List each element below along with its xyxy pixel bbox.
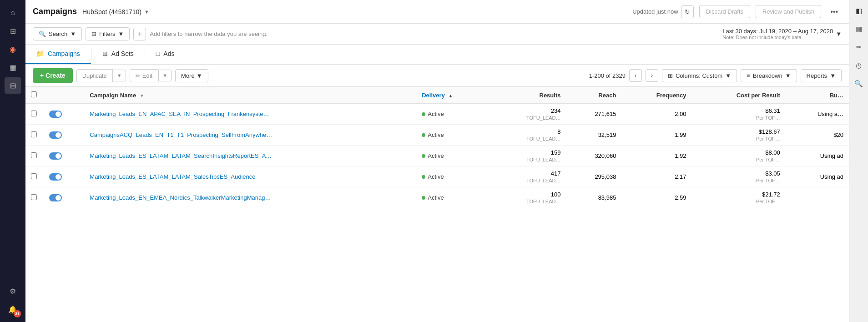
tabs-row: 📁 Campaigns ⊞ Ad Sets □ Ads — [25, 45, 849, 65]
date-range-picker[interactable]: Last 30 days: Jul 19, 2020 – Aug 17, 202… — [722, 28, 842, 40]
topbar-more-button[interactable]: ••• — [827, 6, 842, 18]
campaign-name-link[interactable]: Marketing_Leads_ES_LATAM_LATAM_SalesTips… — [90, 173, 255, 180]
columns-button[interactable]: ⊞ Columns: Custom ▼ — [662, 69, 737, 82]
grid-icon[interactable]: ⊞ — [5, 23, 21, 39]
col-campaign-name[interactable]: Campaign Name ▼ — [84, 87, 416, 104]
filter-hint: Add filters to narrow the data you are s… — [150, 30, 719, 37]
bar-chart-right-icon[interactable]: ▦ — [852, 22, 866, 36]
status-toggle[interactable] — [49, 152, 62, 160]
account-name: HubSpot (44581710) — [82, 8, 141, 15]
more-button[interactable]: More ▼ — [175, 69, 208, 82]
settings-icon[interactable]: ⚙ — [5, 283, 21, 299]
reach-value: 83,985 — [598, 194, 616, 201]
results-sub: TOFU_LEAD… — [494, 157, 560, 162]
row-delivery-cell: Active — [416, 166, 488, 187]
row-checkbox-cell — [25, 146, 44, 166]
row-cost-cell: $3.05 Per TOF… — [692, 166, 786, 187]
breakdown-chevron-icon: ▼ — [785, 72, 791, 79]
campaign-name-link[interactable]: Marketing_Leads_ES_LATAM_LATAM_SearchIns… — [90, 152, 272, 159]
status-toggle[interactable] — [49, 173, 62, 181]
refresh-button[interactable]: ↻ — [681, 5, 694, 18]
status-toggle[interactable] — [49, 111, 62, 118]
filters-button[interactable]: ⊟ Filters ▼ — [86, 27, 130, 40]
table-icon[interactable]: ⊟ — [5, 77, 21, 94]
col-results: Results — [488, 87, 566, 104]
breakdown-button[interactable]: ≡ Breakdown ▼ — [741, 69, 797, 82]
hubspot-icon[interactable]: ◉ — [5, 41, 21, 57]
row-status-cell — [44, 125, 84, 146]
row-status-cell — [44, 166, 84, 187]
col-delivery[interactable]: Delivery ▲ — [416, 87, 488, 104]
duplicate-button[interactable]: Duplicate — [76, 69, 113, 82]
table-row: CampaignsACQ_Leads_EN_T1_T1_Prospecting_… — [25, 125, 849, 146]
select-all-checkbox[interactable] — [31, 91, 37, 97]
results-value: 234 — [551, 107, 561, 114]
delivery-status-text: Active — [428, 152, 444, 159]
row-delivery-cell: Active — [416, 146, 488, 166]
pagination-next-button[interactable]: › — [646, 69, 658, 82]
row-results-cell: 8 TOFU_LEAD… — [488, 125, 566, 146]
cost-sub: Per TOF… — [697, 115, 780, 121]
clock-right-icon[interactable]: ◷ — [852, 58, 866, 73]
discard-drafts-button[interactable]: Discard Drafts — [699, 5, 750, 18]
row-checkbox[interactable] — [31, 131, 37, 137]
edit-chevron-button[interactable]: ▼ — [158, 70, 172, 81]
reports-chevron-icon: ▼ — [830, 72, 836, 79]
row-checkbox[interactable] — [31, 152, 37, 158]
campaign-name-link[interactable]: Marketing_Leads_EN_EMEA_Nordics_Talkwalk… — [90, 194, 271, 201]
tab-ad-sets[interactable]: ⊞ Ad Sets — [91, 45, 145, 64]
right-sidebar: ◧ ▦ ✏ ◷ 🔍 — [849, 0, 868, 322]
create-button[interactable]: + Create — [33, 68, 73, 83]
filter-toolbar: 🔍 Search ▼ ⊟ Filters ▼ + Add filters to … — [25, 24, 849, 45]
review-publish-button[interactable]: Review and Publish — [756, 5, 821, 18]
chart-icon[interactable]: ▦ — [5, 59, 21, 75]
search-button[interactable]: 🔍 Search ▼ — [33, 27, 82, 40]
row-checkbox[interactable] — [31, 194, 37, 200]
row-frequency-cell: 1.99 — [621, 125, 691, 146]
duplicate-chevron-button[interactable]: ▼ — [113, 70, 126, 81]
budget-value: $20 — [833, 131, 843, 138]
add-filter-button[interactable]: + — [133, 28, 146, 40]
main-content: Campaigns HubSpot (44581710) ▼ Updated j… — [25, 0, 849, 322]
campaign-name-sort-icon: ▼ — [140, 93, 144, 98]
row-campaign-name-cell: CampaignsACQ_Leads_EN_T1_T1_Prospecting_… — [84, 125, 416, 146]
delivery-sort-icon: ▲ — [448, 93, 453, 98]
row-checkbox[interactable] — [31, 111, 37, 116]
reports-button[interactable]: Reports ▼ — [801, 69, 842, 82]
status-toggle[interactable] — [49, 194, 62, 201]
search-icon: 🔍 — [39, 30, 46, 37]
panel-toggle-icon[interactable]: ◧ — [852, 4, 866, 18]
row-budget-cell: Using ad — [786, 146, 849, 166]
tab-campaigns[interactable]: 📁 Campaigns — [25, 45, 91, 64]
status-toggle[interactable] — [49, 131, 62, 139]
search-chevron-icon: ▼ — [70, 30, 76, 37]
columns-icon: ⊞ — [668, 72, 673, 79]
row-checkbox[interactable] — [31, 173, 37, 179]
col-cost-per-result: Cost per Result — [692, 87, 786, 104]
campaign-name-link[interactable]: CampaignsACQ_Leads_EN_T1_T1_Prospecting_… — [90, 131, 272, 138]
adsets-tab-icon: ⊞ — [102, 50, 108, 57]
account-selector[interactable]: HubSpot (44581710) ▼ — [82, 8, 149, 15]
col-status — [44, 87, 84, 104]
action-bar: + Create Duplicate ▼ ✏ Edit ▼ More ▼ 1-2… — [25, 65, 849, 87]
pagination-prev-button[interactable]: ‹ — [629, 69, 642, 82]
cost-sub: Per TOF… — [697, 157, 780, 162]
row-delivery-cell: Active — [416, 187, 488, 208]
edit-button[interactable]: ✏ Edit — [130, 69, 158, 82]
row-results-cell: 234 TOFU_LEAD… — [488, 104, 566, 125]
home-icon[interactable]: ⌂ — [5, 5, 21, 21]
budget-value: Using ad — [820, 152, 843, 159]
reach-value: 32,519 — [598, 131, 616, 138]
tab-ads[interactable]: □ Ads — [145, 45, 186, 64]
col-reach: Reach — [566, 87, 621, 104]
campaign-name-link[interactable]: Marketing_Leads_EN_APAC_SEA_IN_Prospecti… — [90, 111, 269, 117]
more-chevron-icon: ▼ — [197, 72, 202, 79]
search-right-icon[interactable]: 🔍 — [852, 76, 866, 91]
notification-icon[interactable]: 🔔 31 — [5, 301, 21, 317]
pencil-right-icon[interactable]: ✏ — [852, 40, 866, 55]
filter-icon: ⊟ — [91, 30, 96, 37]
campaigns-tab-label: Campaigns — [48, 50, 80, 57]
row-checkbox-cell — [25, 125, 44, 146]
ads-tab-icon: □ — [156, 50, 160, 57]
row-budget-cell — [786, 187, 849, 208]
